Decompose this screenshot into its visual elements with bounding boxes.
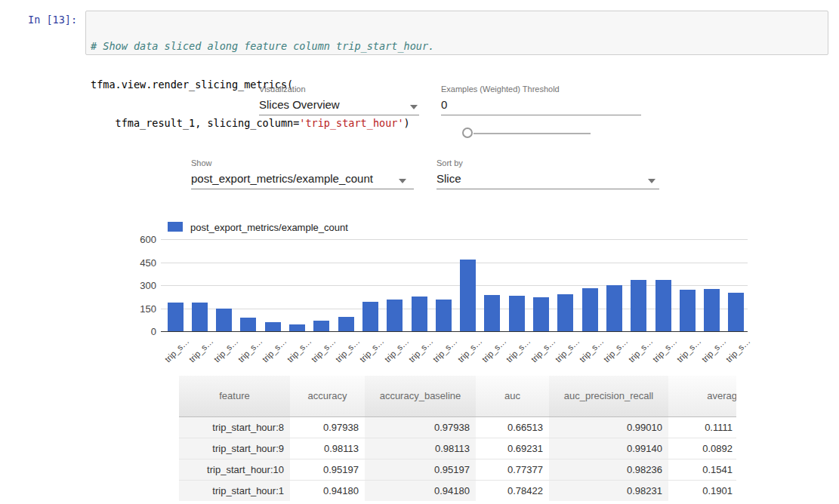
table-cell: 0.94180: [365, 480, 476, 501]
table-cell: 0.98236: [549, 459, 668, 480]
metrics-table-container: featureaccuracyaccuracy_baselineaucauc_p…: [179, 376, 736, 504]
chart-bar[interactable]: [484, 295, 500, 331]
gridline: [161, 239, 748, 240]
chart-bar[interactable]: [436, 300, 452, 331]
chart-bar[interactable]: [265, 322, 281, 331]
table-header-cell[interactable]: auc_precision_recall: [549, 376, 668, 416]
y-axis-tick-label: 150: [131, 303, 156, 315]
table-cell: 0.66513: [476, 416, 549, 438]
table-header-cell[interactable]: average_loss: [668, 376, 736, 416]
table-cell: 0.98113: [290, 438, 365, 459]
table-row[interactable]: trip_start_hour:80.979380.979380.665130.…: [179, 416, 736, 438]
chart-bar[interactable]: [412, 297, 427, 331]
chart-bar[interactable]: [313, 321, 329, 331]
table-cell: 0.99010: [549, 416, 668, 438]
table-cell: trip_start_hour:10: [179, 459, 290, 480]
chart-bar[interactable]: [289, 324, 305, 331]
table-header-row: featureaccuracyaccuracy_baselineaucauc_p…: [179, 376, 736, 416]
table-cell: 0.98231: [549, 480, 668, 501]
chart-bar[interactable]: [606, 285, 622, 331]
chart-bar[interactable]: [362, 302, 378, 331]
table-cell: 0.95197: [365, 459, 476, 480]
chart-bar[interactable]: [509, 296, 525, 331]
table-cell: 0.97938: [365, 416, 476, 438]
table-header-cell[interactable]: accuracy: [290, 376, 365, 416]
table-cell: trip_start_hour:9: [179, 438, 290, 459]
y-axis-tick-label: 0: [131, 326, 156, 337]
chart-bar[interactable]: [533, 297, 549, 331]
tfma-notebook-page: In [13]: # Show data sliced along featur…: [0, 0, 839, 504]
chart-bar[interactable]: [704, 289, 720, 331]
table-cell: 0.94180: [290, 480, 365, 501]
table-cell: 0.1111: [668, 416, 736, 438]
chart-bar[interactable]: [460, 260, 476, 331]
chart-bar[interactable]: [192, 303, 208, 331]
table-cell: 0.69231: [476, 438, 549, 459]
chart-bar[interactable]: [655, 280, 671, 331]
table-cell: 0.77377: [476, 459, 549, 480]
gridline: [161, 263, 748, 263]
table-cell: 0.97938: [290, 416, 365, 438]
chart-bar[interactable]: [582, 288, 598, 331]
y-axis-tick-label: 600: [131, 234, 156, 245]
table-cell: 0.98113: [365, 438, 476, 459]
chart-bar[interactable]: [680, 290, 696, 331]
chart-bar[interactable]: [631, 280, 646, 331]
table-body: trip_start_hour:80.979380.979380.665130.…: [179, 416, 736, 501]
y-axis-tick-label: 450: [131, 257, 156, 269]
table-cell: trip_start_hour:8: [179, 416, 290, 438]
chart-bar[interactable]: [338, 317, 354, 331]
table-header-cell[interactable]: accuracy_baseline: [365, 376, 476, 416]
chart-bar[interactable]: [557, 294, 573, 331]
chart-bar[interactable]: [728, 293, 744, 331]
table-header-cell[interactable]: auc: [476, 376, 549, 416]
table-cell: 0.1901: [668, 480, 736, 501]
table-row[interactable]: trip_start_hour:10.941800.941800.784220.…: [179, 480, 736, 501]
table-row[interactable]: trip_start_hour:100.951970.951970.773770…: [179, 459, 736, 480]
table-row[interactable]: trip_start_hour:90.981130.981130.692310.…: [179, 438, 736, 459]
table-cell: 0.99140: [549, 438, 668, 459]
table-cell: trip_start_hour:1: [179, 480, 290, 501]
table-cell: 0.78422: [476, 480, 549, 501]
table-cell: 0.95197: [290, 459, 365, 480]
y-axis-tick-label: 300: [131, 280, 156, 291]
x-axis-line: [161, 331, 748, 332]
chart-bar[interactable]: [240, 318, 256, 331]
chart-bar[interactable]: [216, 309, 232, 331]
chart-bar[interactable]: [387, 300, 403, 331]
chart-bar[interactable]: [168, 303, 184, 331]
table-cell: 0.0892: [668, 438, 736, 459]
table-cell: 0.1541: [668, 459, 736, 480]
table-header-cell[interactable]: feature: [179, 376, 290, 416]
metrics-table: featureaccuracyaccuracy_baselineaucauc_p…: [179, 376, 736, 501]
